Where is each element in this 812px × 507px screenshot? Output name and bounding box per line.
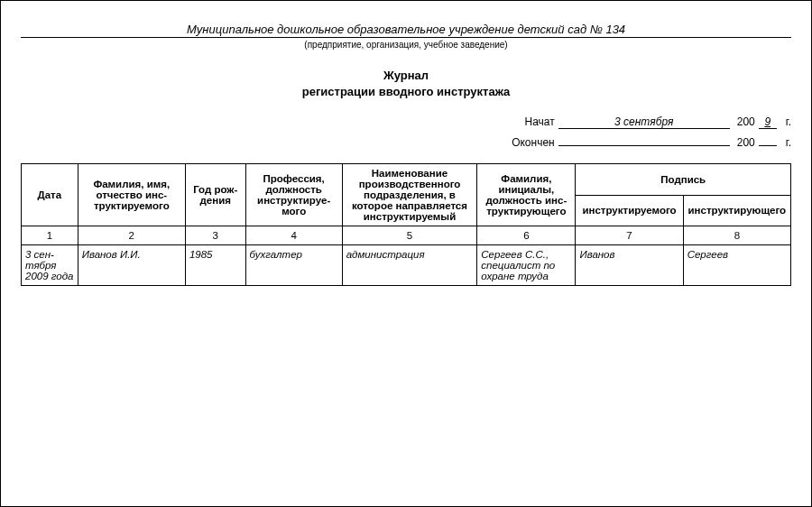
end-date-value: [558, 133, 730, 146]
col-prof: Профессия, должность инструктируе­мого: [245, 164, 342, 226]
century-prefix: 200: [737, 115, 755, 128]
start-year-digit: 9: [759, 115, 777, 129]
cell-prof: бухгалтер: [245, 245, 342, 286]
start-label: Начат: [524, 115, 554, 128]
end-year-digit: [759, 133, 777, 146]
end-date-row: Окончен 200 г.: [21, 133, 791, 149]
col-birth: Год рож­дения: [185, 164, 245, 226]
table-row: 3 сен­тября 2009 года Иванов И.И. 1985 б…: [22, 245, 791, 286]
org-block: Муниципальное дошкольное образовательное…: [21, 23, 791, 50]
title-block: Журнал регистрации вводного инструктажа: [21, 68, 791, 99]
cell-date: 3 сен­тября 2009 года: [22, 245, 78, 286]
org-name: Муниципальное дошкольное образовательное…: [21, 23, 791, 37]
dates-block: Начат 3 сентября 200 9 г. Окончен 200 г.: [21, 115, 791, 149]
org-sublabel: (предприятие, организация, учебное завед…: [21, 40, 791, 50]
document-page: Муниципальное дошкольное образовательное…: [0, 0, 812, 507]
start-date-value: 3 сентября: [558, 115, 730, 129]
cell-sign-instructor: Сергеев: [683, 245, 790, 286]
col-dept: Наименование производственного подраздел…: [342, 164, 477, 226]
title-line-2: регистрации вводного инструктажа: [21, 84, 791, 100]
colnum-8: 8: [683, 226, 790, 245]
colnum-1: 1: [22, 226, 78, 245]
end-label: Окончен: [512, 136, 555, 149]
col-sign-instructor: инструктирующего: [683, 195, 790, 226]
cell-dept: администрация: [342, 245, 477, 286]
table-body: 3 сен­тября 2009 года Иванов И.И. 1985 б…: [22, 245, 791, 286]
col-date: Дата: [22, 164, 78, 226]
year-suffix-2: г.: [786, 136, 791, 149]
cell-fio: Иванов И.И.: [78, 245, 185, 286]
title-line-1: Журнал: [21, 68, 791, 84]
year-suffix: г.: [786, 115, 791, 128]
colnum-3: 3: [185, 226, 245, 245]
cell-sign-trainee: Иванов: [576, 245, 683, 286]
century-prefix-2: 200: [737, 136, 755, 149]
table-head: Дата Фамилия, имя, отчество инс­труктиру…: [22, 164, 791, 245]
start-date-row: Начат 3 сентября 200 9 г.: [21, 115, 791, 129]
colnum-7: 7: [576, 226, 683, 245]
col-fio: Фамилия, имя, отчество инс­труктируемого: [78, 164, 185, 226]
col-sign-group: Подпись: [576, 164, 791, 196]
cell-birth: 1985: [185, 245, 245, 286]
org-underline: [21, 37, 791, 38]
colnum-2: 2: [78, 226, 185, 245]
colnum-6: 6: [477, 226, 576, 245]
colnum-5: 5: [342, 226, 477, 245]
col-sign-trainee: инструктируемого: [576, 195, 683, 226]
colnum-4: 4: [245, 226, 342, 245]
register-table: Дата Фамилия, имя, отчество инс­труктиру…: [21, 163, 791, 286]
col-instructor: Фамилия, инициалы, должность инс­труктир…: [477, 164, 576, 226]
column-number-row: 1 2 3 4 5 6 7 8: [22, 226, 791, 245]
cell-instructor: Сергеев С.С., специалист по охране труда: [477, 245, 576, 286]
